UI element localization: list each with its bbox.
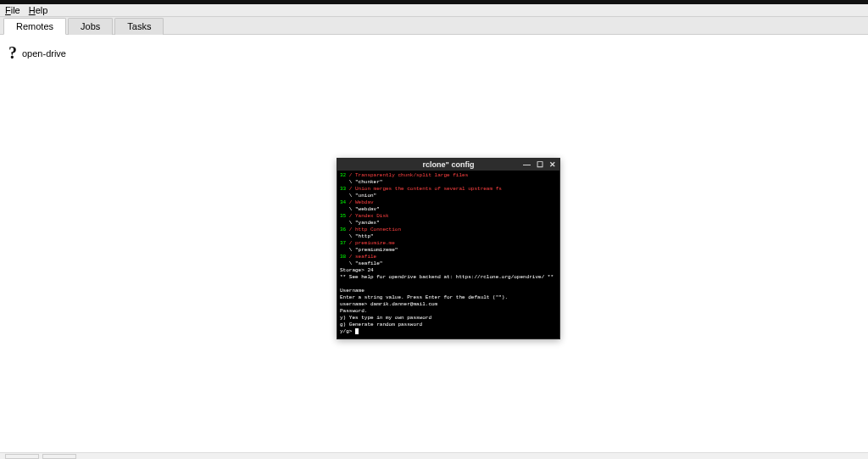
tab-jobs[interactable]: Jobs <box>68 18 113 35</box>
remote-item-opendrive[interactable]: ? open-drive <box>8 43 860 63</box>
bottom-button[interactable] <box>42 454 76 459</box>
terminal-titlebar[interactable]: rclone" config — ☐ ✕ <box>337 159 559 171</box>
terminal-window: rclone" config — ☐ ✕ 32 / Transparently … <box>337 158 560 339</box>
bottom-button[interactable] <box>5 454 39 459</box>
close-icon[interactable]: ✕ <box>548 160 556 169</box>
maximize-icon[interactable]: ☐ <box>536 160 543 169</box>
menu-file[interactable]: File <box>5 5 20 15</box>
question-icon: ? <box>8 43 17 63</box>
tab-tasks[interactable]: Tasks <box>114 18 164 35</box>
terminal-body[interactable]: 32 / Transparently chunk/split large fil… <box>337 171 559 339</box>
tab-bar: Remotes Jobs Tasks <box>0 17 868 35</box>
terminal-title: rclone" config <box>423 160 475 169</box>
bottom-toolbar <box>0 452 868 459</box>
minimize-icon[interactable]: — <box>523 160 531 169</box>
remote-label: open-drive <box>22 48 66 59</box>
menu-help[interactable]: Help <box>29 5 48 15</box>
tab-remotes[interactable]: Remotes <box>3 18 66 35</box>
menubar: File Help <box>0 4 868 17</box>
